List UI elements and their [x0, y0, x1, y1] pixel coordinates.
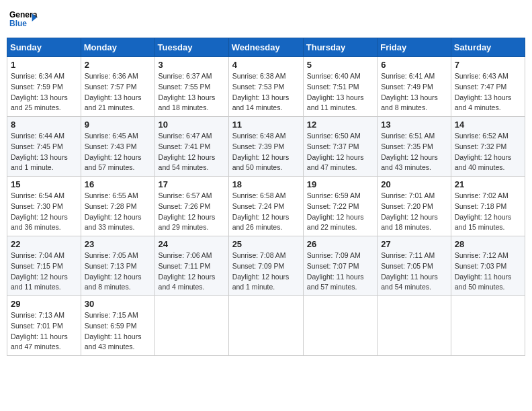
day-info: Sunrise: 6:43 AM Sunset: 7:47 PM Dayligh… [455, 71, 521, 113]
day-number: 22 [11, 239, 77, 249]
calendar-header-row: SundayMondayTuesdayWednesdayThursdayFrid… [7, 38, 525, 57]
day-info: Sunrise: 7:02 AM Sunset: 7:18 PM Dayligh… [455, 191, 521, 233]
svg-text:Blue: Blue [9, 19, 27, 28]
day-number: 8 [11, 120, 77, 130]
logo: GeneralBlue [9, 7, 38, 32]
calendar-day-cell [303, 296, 377, 356]
day-of-week-header: Tuesday [154, 38, 228, 57]
day-number: 11 [232, 120, 300, 130]
day-info: Sunrise: 6:45 AM Sunset: 7:43 PM Dayligh… [85, 131, 151, 173]
calendar-day-cell: 7 Sunrise: 6:43 AM Sunset: 7:47 PM Dayli… [451, 57, 525, 117]
day-number: 5 [307, 60, 373, 70]
calendar-day-cell: 3 Sunrise: 6:37 AM Sunset: 7:55 PM Dayli… [154, 57, 228, 117]
day-of-week-header: Friday [378, 38, 451, 57]
day-info: Sunrise: 7:15 AM Sunset: 6:59 PM Dayligh… [85, 310, 151, 353]
calendar-day-cell: 18 Sunrise: 6:58 AM Sunset: 7:24 PM Dayl… [228, 177, 303, 236]
day-info: Sunrise: 6:55 AM Sunset: 7:28 PM Dayligh… [85, 191, 151, 233]
day-number: 16 [85, 179, 151, 189]
day-info: Sunrise: 6:37 AM Sunset: 7:55 PM Dayligh… [159, 71, 225, 113]
calendar-day-cell: 8 Sunrise: 6:44 AM Sunset: 7:45 PM Dayli… [7, 117, 81, 177]
day-of-week-header: Sunday [7, 38, 81, 57]
day-info: Sunrise: 6:50 AM Sunset: 7:37 PM Dayligh… [307, 131, 373, 173]
day-info: Sunrise: 7:01 AM Sunset: 7:20 PM Dayligh… [381, 191, 447, 233]
day-info: Sunrise: 6:47 AM Sunset: 7:41 PM Dayligh… [159, 131, 225, 173]
calendar-day-cell: 20 Sunrise: 7:01 AM Sunset: 7:20 PM Dayl… [378, 177, 451, 236]
calendar-day-cell: 16 Sunrise: 6:55 AM Sunset: 7:28 PM Dayl… [81, 177, 154, 236]
day-number: 29 [11, 299, 77, 309]
page-header: GeneralBlue [7, 7, 525, 32]
day-number: 1 [11, 60, 77, 70]
day-info: Sunrise: 7:06 AM Sunset: 7:11 PM Dayligh… [159, 250, 225, 293]
day-info: Sunrise: 6:41 AM Sunset: 7:49 PM Dayligh… [381, 71, 447, 113]
day-number: 6 [381, 60, 447, 70]
day-info: Sunrise: 6:51 AM Sunset: 7:35 PM Dayligh… [381, 131, 447, 173]
day-info: Sunrise: 7:13 AM Sunset: 7:01 PM Dayligh… [11, 310, 77, 353]
calendar-day-cell: 13 Sunrise: 6:51 AM Sunset: 7:35 PM Dayl… [378, 117, 451, 177]
day-number: 23 [85, 239, 151, 249]
day-of-week-header: Monday [81, 38, 154, 57]
calendar-day-cell [154, 296, 228, 356]
day-of-week-header: Saturday [451, 38, 525, 57]
day-number: 17 [159, 179, 225, 189]
day-info: Sunrise: 7:04 AM Sunset: 7:15 PM Dayligh… [11, 250, 77, 293]
day-number: 13 [381, 120, 447, 130]
logo-icon: GeneralBlue [9, 7, 38, 32]
calendar-day-cell: 19 Sunrise: 6:59 AM Sunset: 7:22 PM Dayl… [303, 177, 377, 236]
calendar-day-cell: 2 Sunrise: 6:36 AM Sunset: 7:57 PM Dayli… [81, 57, 154, 117]
calendar-day-cell: 5 Sunrise: 6:40 AM Sunset: 7:51 PM Dayli… [303, 57, 377, 117]
calendar-day-cell [378, 296, 451, 356]
day-number: 19 [307, 179, 373, 189]
day-number: 14 [455, 120, 521, 130]
calendar-day-cell: 26 Sunrise: 7:09 AM Sunset: 7:07 PM Dayl… [303, 236, 377, 296]
day-info: Sunrise: 6:44 AM Sunset: 7:45 PM Dayligh… [11, 131, 77, 173]
calendar-day-cell: 25 Sunrise: 7:08 AM Sunset: 7:09 PM Dayl… [228, 236, 303, 296]
day-info: Sunrise: 6:54 AM Sunset: 7:30 PM Dayligh… [11, 191, 77, 233]
day-number: 15 [11, 179, 77, 189]
calendar-day-cell [451, 296, 525, 356]
day-number: 7 [455, 60, 521, 70]
calendar-day-cell: 11 Sunrise: 6:48 AM Sunset: 7:39 PM Dayl… [228, 117, 303, 177]
calendar-day-cell: 30 Sunrise: 7:15 AM Sunset: 6:59 PM Dayl… [81, 296, 154, 356]
day-info: Sunrise: 6:40 AM Sunset: 7:51 PM Dayligh… [307, 71, 373, 113]
day-info: Sunrise: 7:08 AM Sunset: 7:09 PM Dayligh… [232, 250, 300, 293]
day-info: Sunrise: 6:57 AM Sunset: 7:26 PM Dayligh… [159, 191, 225, 233]
day-of-week-header: Wednesday [228, 38, 303, 57]
calendar-day-cell: 4 Sunrise: 6:38 AM Sunset: 7:53 PM Dayli… [228, 57, 303, 117]
calendar-day-cell: 22 Sunrise: 7:04 AM Sunset: 7:15 PM Dayl… [7, 236, 81, 296]
calendar-week-row: 15 Sunrise: 6:54 AM Sunset: 7:30 PM Dayl… [7, 177, 525, 236]
day-number: 26 [307, 239, 373, 249]
calendar-day-cell: 17 Sunrise: 6:57 AM Sunset: 7:26 PM Dayl… [154, 177, 228, 236]
day-info: Sunrise: 6:58 AM Sunset: 7:24 PM Dayligh… [232, 191, 300, 233]
day-number: 25 [232, 239, 300, 249]
day-info: Sunrise: 7:12 AM Sunset: 7:03 PM Dayligh… [455, 250, 521, 293]
day-number: 4 [232, 60, 300, 70]
day-number: 9 [85, 120, 151, 130]
day-number: 10 [159, 120, 225, 130]
calendar-day-cell: 10 Sunrise: 6:47 AM Sunset: 7:41 PM Dayl… [154, 117, 228, 177]
day-info: Sunrise: 7:05 AM Sunset: 7:13 PM Dayligh… [85, 250, 151, 293]
calendar-day-cell: 28 Sunrise: 7:12 AM Sunset: 7:03 PM Dayl… [451, 236, 525, 296]
calendar-day-cell: 1 Sunrise: 6:34 AM Sunset: 7:59 PM Dayli… [7, 57, 81, 117]
day-number: 18 [232, 179, 300, 189]
calendar-day-cell: 24 Sunrise: 7:06 AM Sunset: 7:11 PM Dayl… [154, 236, 228, 296]
calendar-table: SundayMondayTuesdayWednesdayThursdayFrid… [7, 38, 525, 356]
day-info: Sunrise: 6:38 AM Sunset: 7:53 PM Dayligh… [232, 71, 300, 113]
calendar-day-cell: 6 Sunrise: 6:41 AM Sunset: 7:49 PM Dayli… [378, 57, 451, 117]
calendar-day-cell: 15 Sunrise: 6:54 AM Sunset: 7:30 PM Dayl… [7, 177, 81, 236]
calendar-week-row: 8 Sunrise: 6:44 AM Sunset: 7:45 PM Dayli… [7, 117, 525, 177]
day-info: Sunrise: 7:11 AM Sunset: 7:05 PM Dayligh… [381, 250, 447, 293]
day-number: 12 [307, 120, 373, 130]
day-number: 28 [455, 239, 521, 249]
day-info: Sunrise: 6:59 AM Sunset: 7:22 PM Dayligh… [307, 191, 373, 233]
day-info: Sunrise: 6:52 AM Sunset: 7:32 PM Dayligh… [455, 131, 521, 173]
day-info: Sunrise: 6:48 AM Sunset: 7:39 PM Dayligh… [232, 131, 300, 173]
day-info: Sunrise: 6:34 AM Sunset: 7:59 PM Dayligh… [11, 71, 77, 113]
day-info: Sunrise: 7:09 AM Sunset: 7:07 PM Dayligh… [307, 250, 373, 293]
calendar-day-cell: 27 Sunrise: 7:11 AM Sunset: 7:05 PM Dayl… [378, 236, 451, 296]
day-of-week-header: Thursday [303, 38, 377, 57]
day-number: 27 [381, 239, 447, 249]
day-info: Sunrise: 6:36 AM Sunset: 7:57 PM Dayligh… [85, 71, 151, 113]
calendar-day-cell: 23 Sunrise: 7:05 AM Sunset: 7:13 PM Dayl… [81, 236, 154, 296]
calendar-day-cell: 9 Sunrise: 6:45 AM Sunset: 7:43 PM Dayli… [81, 117, 154, 177]
day-number: 2 [85, 60, 151, 70]
